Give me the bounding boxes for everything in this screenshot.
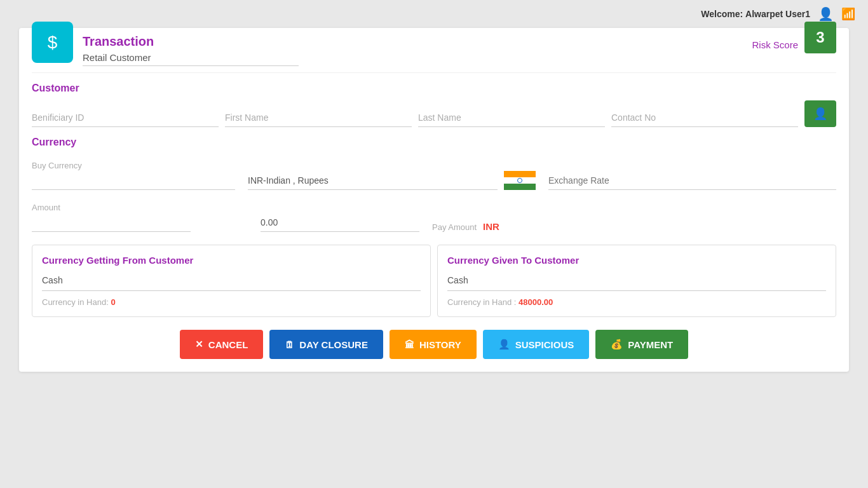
transaction-title: Transaction xyxy=(83,28,849,49)
wifi-icon: 📶 xyxy=(841,7,855,21)
currency-given-box: Currency Given To Customer Cash Currency… xyxy=(437,245,836,317)
currency-getting-in-hand-label: Currency in Hand: xyxy=(42,297,109,307)
currency-given-in-hand-label: Currency in Hand : xyxy=(447,297,516,307)
pay-amount-label: Pay Amount xyxy=(432,222,477,232)
history-button[interactable]: 🏛 HISTORY xyxy=(390,330,477,359)
history-label: HISTORY xyxy=(419,339,461,350)
currency-getting-in-hand-value: 0 xyxy=(111,297,115,307)
username: Alwarpet User1 xyxy=(745,9,810,19)
cancel-button[interactable]: ✕ CANCEL xyxy=(180,330,264,359)
customer-section-title: Customer xyxy=(19,73,849,100)
currency-given-in-hand: Currency in Hand : 48000.00 xyxy=(447,297,826,307)
buy-currency-input[interactable] xyxy=(32,172,235,190)
pay-amount-value: INR xyxy=(483,221,499,232)
payment-icon: 💰 xyxy=(611,339,623,350)
india-flag xyxy=(504,171,536,190)
day-closure-icon: 🗓 xyxy=(285,339,294,350)
currency-given-cash: Cash xyxy=(447,275,826,291)
buy-currency-label: Buy Currency xyxy=(32,161,248,170)
flag-top xyxy=(504,171,536,177)
cancel-icon: ✕ xyxy=(195,339,203,350)
last-name-field xyxy=(418,109,611,127)
buttons-row: ✕ CANCEL 🗓 DAY CLOSURE 🏛 HISTORY 👤 SUSPI… xyxy=(19,317,849,359)
payment-label: PAYMENT xyxy=(628,339,673,350)
first-name-field xyxy=(225,109,418,127)
amount-input[interactable] xyxy=(32,214,191,232)
currency-getting-cash: Cash xyxy=(42,275,421,291)
buy-currency-label-field: Buy Currency xyxy=(32,161,248,190)
day-closure-button[interactable]: 🗓 DAY CLOSURE xyxy=(269,330,383,359)
exchange-rate-input[interactable] xyxy=(548,172,836,190)
beneficiary-id-input[interactable] xyxy=(32,109,219,127)
last-name-input[interactable] xyxy=(418,109,605,127)
buy-currency-value-field xyxy=(248,171,536,190)
suspicious-label: SUSPICIOUS xyxy=(515,339,574,350)
currency-given-title: Currency Given To Customer xyxy=(447,255,826,266)
suspicious-icon: 👤 xyxy=(498,339,510,350)
customer-form-grid: 👤 xyxy=(19,100,849,127)
payment-button[interactable]: 💰 PAYMENT xyxy=(595,330,688,359)
amount-value-input[interactable] xyxy=(261,214,419,232)
currency-getting-box: Currency Getting From Customer Cash Curr… xyxy=(32,245,431,317)
first-name-input[interactable] xyxy=(225,109,412,127)
retail-customer-text: Retail Customer xyxy=(83,52,299,66)
cancel-label: CANCEL xyxy=(208,339,248,350)
currency-getting-in-hand: Currency in Hand: 0 xyxy=(42,297,421,307)
contact-no-field xyxy=(611,109,804,127)
risk-score-label: Risk Score xyxy=(752,39,798,50)
beneficiary-id-field xyxy=(32,109,225,127)
currency-given-in-hand-value: 48000.00 xyxy=(519,297,553,307)
retail-customer-row: Retail Customer xyxy=(70,49,849,72)
amount-row: Amount Pay Amount INR xyxy=(19,190,849,232)
welcome-label: Welcome: xyxy=(701,9,743,19)
search-user-icon: 👤 xyxy=(813,107,827,121)
amount-label: Amount xyxy=(32,203,248,212)
day-closure-label: DAY CLOSURE xyxy=(299,339,368,350)
risk-score-value: 3 xyxy=(816,29,824,46)
suspicious-button[interactable]: 👤 SUSPICIOUS xyxy=(483,330,590,359)
currency-section-title: Currency xyxy=(19,127,849,154)
user-search-button[interactable]: 👤 xyxy=(804,100,836,127)
amount-label-field: Amount xyxy=(32,203,248,232)
currency-row: Buy Currency xyxy=(19,154,849,190)
contact-no-input[interactable] xyxy=(611,109,798,127)
buy-currency-value-input[interactable] xyxy=(248,172,498,190)
history-icon: 🏛 xyxy=(405,339,414,350)
welcome-text: Welcome: Alwarpet User1 xyxy=(701,9,810,19)
ashoka-chakra xyxy=(517,178,522,183)
flag-bottom xyxy=(504,184,536,190)
flag-mid xyxy=(504,177,536,184)
top-bar: Welcome: Alwarpet User1 👤 📶 xyxy=(0,0,868,28)
pay-amount-field: Pay Amount INR xyxy=(419,221,836,232)
currency-getting-title: Currency Getting From Customer xyxy=(42,255,421,266)
risk-score-badge: 3 xyxy=(804,22,836,53)
currency-boxes-row: Currency Getting From Customer Cash Curr… xyxy=(19,232,849,317)
user-icon: 👤 xyxy=(818,6,834,22)
dollar-icon: $ xyxy=(48,32,58,53)
exchange-rate-field xyxy=(536,172,836,190)
logo-box: $ xyxy=(32,22,73,63)
main-container: $ Risk Score 3 Transaction Retail Custom… xyxy=(19,28,849,372)
